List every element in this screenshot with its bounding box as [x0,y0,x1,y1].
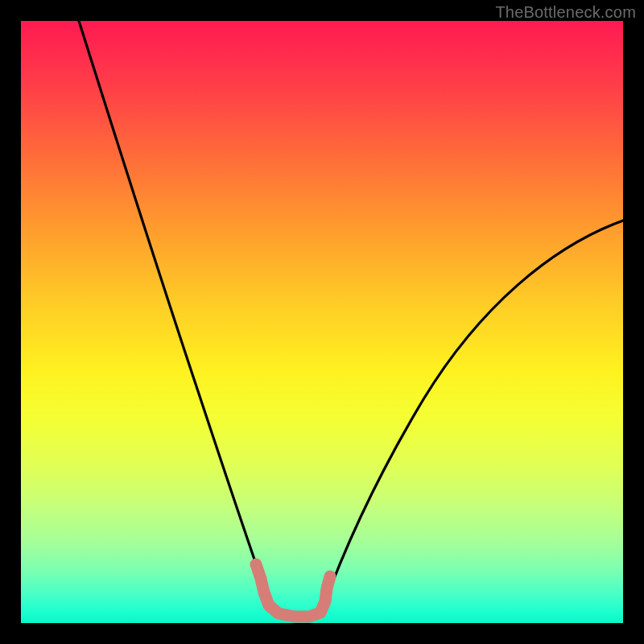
chart-frame: TheBottleneck.com [0,0,644,644]
plot-area [21,21,623,623]
left-curve [79,21,272,610]
right-curve [322,221,623,610]
highlight-segment [256,564,330,617]
watermark-text: TheBottleneck.com [495,3,636,22]
curve-layer [21,21,623,623]
